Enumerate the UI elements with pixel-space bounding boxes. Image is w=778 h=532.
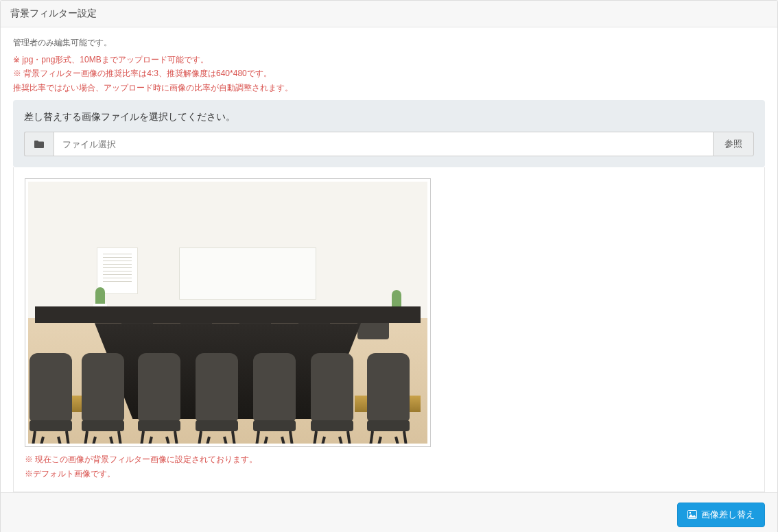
admin-note: 管理者のみ編集可能です。 [13, 37, 765, 49]
ratio-note: ※ 背景フィルター画像の推奨比率は4:3、推奨解像度は640*480です。 [13, 66, 765, 80]
upload-format-note: ※ jpg・png形式、10MBまでアップロード可能です。 [13, 53, 765, 66]
default-image-note: ※デフォルト画像です。 [25, 467, 753, 481]
preview-image [25, 178, 431, 447]
svg-point-1 [689, 512, 691, 513]
panel-footer: 画像差し替え [1, 492, 777, 532]
auto-adjust-note: 推奨比率ではない場合、アップロード時に画像の比率が自動調整されます。 [13, 81, 765, 95]
image-replace-icon [687, 510, 697, 519]
folder-icon [24, 132, 54, 156]
settings-panel: 背景フィルター設定 管理者のみ編集可能です。 ※ jpg・png形式、10MBま… [0, 0, 778, 532]
current-image-note: ※ 現在この画像が背景フィルター画像に設定されております。 [25, 452, 753, 466]
file-select-input[interactable] [54, 132, 713, 156]
browse-button[interactable]: 参照 [713, 132, 754, 156]
panel-title: 背景フィルター設定 [1, 1, 777, 27]
replace-image-button-label: 画像差し替え [701, 509, 755, 521]
file-input-group: 参照 [24, 132, 754, 156]
upload-section-title: 差し替えする画像ファイルを選択してください。 [24, 111, 754, 123]
preview-area: ※ 現在この画像が背景フィルター画像に設定されております。 ※デフォルト画像です… [13, 167, 765, 492]
replace-image-button[interactable]: 画像差し替え [677, 503, 765, 527]
panel-body: 管理者のみ編集可能です。 ※ jpg・png形式、10MBまでアップロード可能で… [1, 27, 777, 492]
upload-section: 差し替えする画像ファイルを選択してください。 参照 [13, 100, 765, 167]
